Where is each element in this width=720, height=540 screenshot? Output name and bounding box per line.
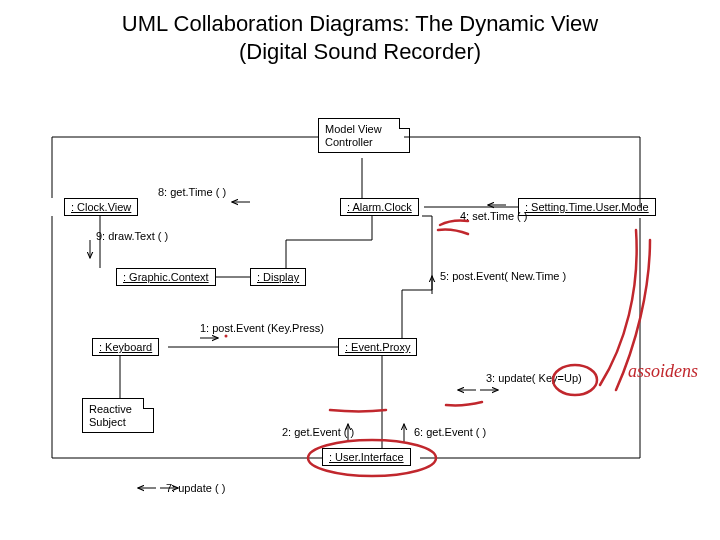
handwritten-annotation: assoidens [628,362,698,380]
obj-clock-view: : Clock.View [64,198,138,216]
diagram-canvas: Model ViewController ReactiveSubject : C… [0,90,720,540]
connectors [0,90,720,540]
note-model-view-controller: Model ViewController [318,118,410,153]
msg-2: 2: get.Event ( ) [282,426,354,438]
obj-graphic-context: : Graphic.Context [116,268,216,286]
title-line2: (Digital Sound Recorder) [0,38,720,66]
msg-6: 6: get.Event ( ) [414,426,486,438]
msg-9: 9: draw.Text ( ) [96,230,168,242]
note-reactive-subject: ReactiveSubject [82,398,154,433]
msg-3: 3: update( Key=Up) [486,372,582,384]
msg-5: 5: post.Event( New.Time ) [440,270,566,282]
msg-1: 1: post.Event (Key.Press) [200,322,324,334]
obj-user-interface: : User.Interface [322,448,411,466]
obj-alarm-clock: : Alarm.Clock [340,198,419,216]
msg-8: 8: get.Time ( ) [158,186,226,198]
svg-point-2 [225,335,228,338]
obj-keyboard: : Keyboard [92,338,159,356]
title-line1: UML Collaboration Diagrams: The Dynamic … [0,10,720,38]
msg-7: 7: update ( ) [166,482,225,494]
msg-4: 4: set.Time ( ) [460,210,527,222]
obj-setting-time-mode: : Setting.Time.User.Mode [518,198,656,216]
obj-event-proxy: : Event.Proxy [338,338,417,356]
obj-display: : Display [250,268,306,286]
